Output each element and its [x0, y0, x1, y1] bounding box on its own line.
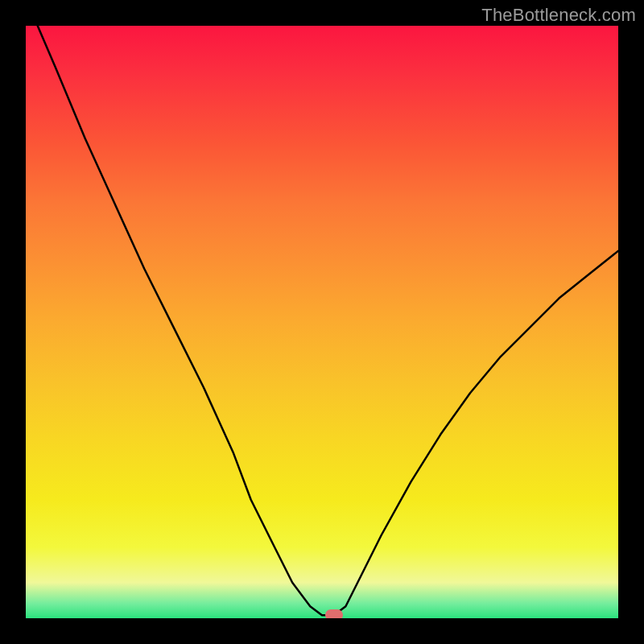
optimal-point-marker: [325, 609, 343, 618]
plot-area: [26, 26, 618, 618]
bottleneck-curve: [26, 26, 618, 618]
watermark-text: TheBottleneck.com: [481, 5, 636, 26]
chart-frame: TheBottleneck.com: [0, 0, 644, 644]
